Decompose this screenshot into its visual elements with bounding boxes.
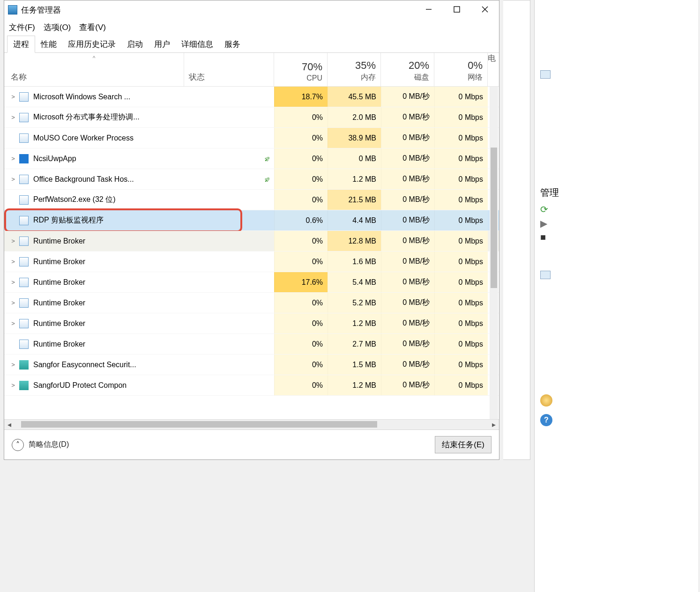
process-name-cell[interactable]: PerfWatson2.exe (32 位)	[4, 195, 184, 205]
process-name-cell[interactable]: >Office Background Task Hos...	[4, 175, 184, 184]
tab-processes[interactable]: 进程	[7, 36, 35, 53]
table-row[interactable]: >Microsoft Windows Search ...18.7%45.5 M…	[4, 87, 499, 107]
expand-chevron-icon[interactable]: >	[7, 258, 19, 265]
maximize-button[interactable]	[443, 0, 471, 18]
scroll-right-icon[interactable]: ▸	[489, 420, 499, 430]
process-name-label: RDP 剪贴板监视程序	[33, 215, 104, 225]
process-cpu-cell: 0%	[274, 190, 328, 210]
process-disk-cell: 0 MB/秒	[381, 375, 434, 395]
expand-chevron-icon[interactable]: >	[7, 361, 19, 368]
process-cpu-cell: 0%	[274, 169, 328, 189]
expand-chevron-icon[interactable]: >	[7, 176, 19, 183]
tab-users[interactable]: 用户	[149, 36, 176, 52]
help-icon[interactable]: ?	[540, 414, 552, 426]
process-name-cell[interactable]: RDP 剪贴板监视程序	[4, 215, 184, 225]
column-header-memory[interactable]: 35% 内存	[328, 53, 381, 86]
process-name-label: Runtime Broker	[33, 319, 85, 328]
menu-view[interactable]: 查看(V)	[79, 22, 106, 33]
column-header-network[interactable]: 0% 网络	[434, 53, 488, 86]
process-mem-cell: 38.9 MB	[328, 128, 381, 148]
process-net-cell: 0 Mbps	[434, 355, 488, 375]
process-icon	[19, 340, 29, 349]
process-name-cell[interactable]: >Microsoft 分布式事务处理协调...	[4, 112, 184, 122]
process-net-cell: 0 Mbps	[434, 231, 488, 251]
column-header-name[interactable]: ^ 名称	[4, 53, 184, 86]
process-disk-cell: 0 MB/秒	[381, 190, 434, 210]
chevron-up-icon: ˄	[12, 439, 24, 451]
horizontal-scrollbar[interactable]: ◂ ▸	[4, 419, 499, 429]
table-row[interactable]: >Runtime Broker17.6%5.4 MB0 MB/秒0 Mbps	[4, 272, 499, 293]
process-name-cell[interactable]: >Runtime Broker	[4, 237, 184, 246]
menu-options[interactable]: 选项(O)	[44, 22, 71, 33]
table-row[interactable]: >NcsiUwpApp⸙0%0 MB0 MB/秒0 Mbps	[4, 148, 499, 169]
scroll-left-icon[interactable]: ◂	[4, 420, 15, 430]
horizontal-scroll-thumb[interactable]	[21, 421, 377, 428]
expand-chevron-icon[interactable]: >	[7, 114, 19, 121]
table-row[interactable]: >Sangfor Easyconnect Securit...0%1.5 MB0…	[4, 355, 499, 375]
table-row[interactable]: Runtime Broker0%2.7 MB0 MB/秒0 Mbps	[4, 334, 499, 355]
process-list: >Microsoft Windows Search ...18.7%45.5 M…	[4, 87, 499, 419]
column-header-disk[interactable]: 20% 磁盘	[381, 53, 434, 86]
column-header-extra[interactable]: 电	[488, 53, 497, 86]
process-mem-cell: 1.2 MB	[328, 169, 381, 189]
expand-chevron-icon[interactable]: >	[7, 320, 19, 327]
vertical-scroll-thumb[interactable]	[491, 148, 497, 288]
process-name-cell[interactable]: >Runtime Broker	[4, 278, 184, 287]
process-cpu-cell: 0%	[274, 148, 328, 169]
tab-details[interactable]: 详细信息	[176, 36, 219, 52]
process-name-cell[interactable]: >Runtime Broker	[4, 319, 184, 328]
expand-chevron-icon[interactable]: >	[7, 382, 19, 389]
gear-icon[interactable]	[540, 394, 552, 407]
horizontal-scroll-track[interactable]	[15, 420, 489, 429]
table-row[interactable]: MoUSO Core Worker Process0%38.9 MB0 MB/秒…	[4, 128, 499, 148]
globe-window-icon[interactable]	[540, 271, 551, 279]
table-row[interactable]: >SangforUD Protect Compon0%1.2 MB0 MB/秒0…	[4, 375, 499, 396]
minimize-button[interactable]	[415, 0, 443, 18]
tab-performance[interactable]: 性能	[35, 36, 62, 52]
table-row[interactable]: >Runtime Broker0%1.2 MB0 MB/秒0 Mbps	[4, 313, 499, 334]
menu-file[interactable]: 文件(F)	[9, 22, 35, 33]
play-icon[interactable]: ▶	[540, 218, 698, 229]
process-name-cell[interactable]: >SangforUD Protect Compon	[4, 381, 184, 390]
table-row[interactable]: >Runtime Broker0%1.6 MB0 MB/秒0 Mbps	[4, 252, 499, 272]
table-row[interactable]: >Runtime Broker0%12.8 MB0 MB/秒0 Mbps	[4, 231, 499, 252]
process-name-cell[interactable]: >Runtime Broker	[4, 298, 184, 308]
process-name-cell[interactable]: >Microsoft Windows Search ...	[4, 92, 184, 102]
fewer-details-button[interactable]: ˄ 简略信息(D)	[12, 439, 69, 451]
table-row[interactable]: >Office Background Task Hos...⸙0%1.2 MB0…	[4, 169, 499, 190]
process-icon	[19, 195, 29, 205]
process-net-cell: 0 Mbps	[434, 128, 488, 148]
tab-services[interactable]: 服务	[219, 36, 246, 52]
app-icon	[8, 5, 17, 15]
expand-chevron-icon[interactable]: >	[7, 299, 19, 306]
table-row[interactable]: RDP 剪贴板监视程序0.6%4.4 MB0 MB/秒0 Mbps	[4, 210, 499, 231]
column-header-status[interactable]: 状态	[184, 53, 274, 86]
process-name-cell[interactable]: >NcsiUwpApp	[4, 154, 184, 163]
expand-chevron-icon[interactable]: >	[7, 93, 19, 100]
tab-app-history[interactable]: 应用历史记录	[62, 36, 121, 52]
vertical-scrollbar[interactable]	[490, 87, 498, 419]
process-cpu-cell: 0%	[274, 375, 328, 395]
refresh-icon[interactable]: ⟳	[540, 204, 698, 215]
table-row[interactable]: >Runtime Broker0%5.2 MB0 MB/秒0 Mbps	[4, 293, 499, 313]
expand-chevron-icon[interactable]: >	[7, 155, 19, 162]
close-button[interactable]	[471, 0, 499, 18]
process-name-cell[interactable]: >Runtime Broker	[4, 257, 184, 266]
process-name-label: PerfWatson2.exe (32 位)	[33, 195, 115, 205]
tab-startup[interactable]: 启动	[121, 36, 149, 52]
titlebar[interactable]: 任务管理器	[4, 0, 499, 19]
end-task-button[interactable]: 结束任务(E)	[435, 436, 491, 453]
expand-chevron-icon[interactable]: >	[7, 279, 19, 286]
table-row[interactable]: >Microsoft 分布式事务处理协调...0%2.0 MB0 MB/秒0 M…	[4, 107, 499, 128]
process-name-cell[interactable]: >Sangfor Easyconnect Securit...	[4, 360, 184, 370]
column-header-cpu[interactable]: 70% CPU	[274, 53, 328, 86]
process-name-cell[interactable]: Runtime Broker	[4, 340, 184, 349]
expand-chevron-icon[interactable]: >	[7, 237, 19, 244]
table-row[interactable]: PerfWatson2.exe (32 位)0%21.5 MB0 MB/秒0 M…	[4, 190, 499, 210]
process-mem-cell: 5.2 MB	[328, 293, 381, 313]
process-cpu-cell: 0%	[274, 128, 328, 148]
process-name-label: Runtime Broker	[33, 299, 85, 307]
window-thumb-icon[interactable]	[540, 70, 551, 79]
stop-icon[interactable]: ■	[540, 232, 698, 243]
process-name-cell[interactable]: MoUSO Core Worker Process	[4, 133, 184, 143]
